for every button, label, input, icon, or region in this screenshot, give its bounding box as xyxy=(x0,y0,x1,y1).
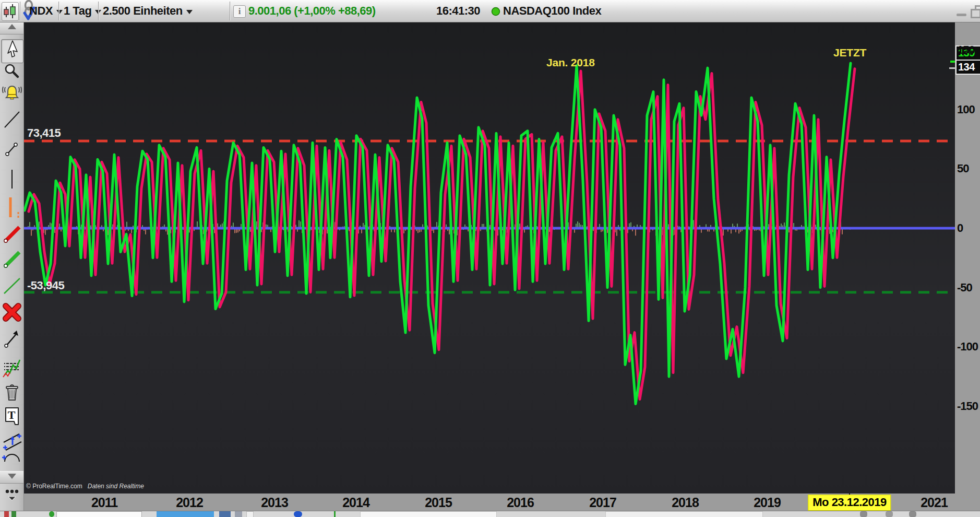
alert-bell-tool[interactable] xyxy=(1,83,22,106)
orangeline-icon xyxy=(2,196,22,221)
prorealtime-window: NDX 1 Tag 2.500 Einheiten i 9.001,06 (+1… xyxy=(0,0,980,517)
trash-icon xyxy=(2,381,22,406)
arrow-icon xyxy=(2,327,22,352)
green-trend-tool[interactable] xyxy=(1,247,22,270)
indicator-icon xyxy=(2,357,22,382)
sliver-fragment xyxy=(860,511,867,517)
restore-window-icon[interactable] xyxy=(971,5,980,18)
x-axis-year-label: 2017 xyxy=(589,495,616,510)
price-axis[interactable]: 139 134 150100500-50-100-150 xyxy=(955,22,980,494)
scroll-down-button[interactable] xyxy=(0,471,23,484)
trendline-icon xyxy=(2,108,22,133)
realtime-status-dot xyxy=(491,7,500,18)
cursor-date-box: Mo 23.12.2019 xyxy=(808,495,891,511)
x-axis-year-label: 2013 xyxy=(261,495,288,510)
sliver-fragment xyxy=(360,511,497,517)
vline-icon xyxy=(2,168,22,193)
info-glyph: i xyxy=(238,6,241,17)
sliver-fragment xyxy=(49,511,54,517)
timeframe-selector[interactable]: 1 Tag xyxy=(64,0,101,22)
bell-icon xyxy=(2,82,22,107)
info-icon[interactable]: i xyxy=(233,5,246,18)
instrument-name-area: NASDAQ100 Index xyxy=(503,0,601,22)
background-window-sliver xyxy=(0,511,980,517)
timeframe-label: 1 Tag xyxy=(64,4,91,18)
extended-line-tool[interactable] xyxy=(1,197,22,220)
red-trend-tool[interactable] xyxy=(1,222,22,245)
sliver-fragment xyxy=(219,511,231,517)
x-axis-year-label: 2019 xyxy=(754,495,781,510)
instrument-label: NDX xyxy=(29,4,53,18)
drawing-toolbox: T xyxy=(0,22,24,511)
sliver-fragment xyxy=(334,511,336,517)
x-axis-year-label: 2014 xyxy=(342,495,369,510)
segment-tool[interactable] xyxy=(1,139,22,162)
quote-area: 9.001,06 (+1,00% +88,69) xyxy=(248,0,376,22)
instrument-name: NASDAQ100 Index xyxy=(503,4,601,18)
arrow-tool[interactable] xyxy=(1,328,22,351)
sliver-fragment xyxy=(235,511,242,517)
sliver-fragment xyxy=(909,511,916,517)
quote-time-area: 16:41:30 xyxy=(436,0,480,22)
realtime-note: Daten sind Realtime xyxy=(88,483,144,490)
x-axis-year-label: 2011 xyxy=(91,495,117,510)
quote-time: 16:41:30 xyxy=(436,4,480,18)
text-tool[interactable]: T xyxy=(1,406,22,429)
chart-type-button[interactable] xyxy=(2,2,19,21)
vertical-line-tool[interactable] xyxy=(1,169,22,192)
units-label: 2.500 Einheiten xyxy=(103,4,183,18)
indicator-tool[interactable] xyxy=(1,358,22,381)
units-selector[interactable]: 2.500 Einheiten xyxy=(103,0,193,22)
chevron-down-icon xyxy=(56,10,63,14)
x-axis-year-label: 2018 xyxy=(672,495,699,510)
x-axis-year-label: 2012 xyxy=(176,495,203,510)
y-axis-tick-label: 50 xyxy=(957,162,969,175)
chevron-down-icon xyxy=(186,10,193,14)
svg-text:T: T xyxy=(7,408,15,421)
sliver-fragment xyxy=(886,511,893,517)
y-axis-tick-label: 100 xyxy=(957,103,975,116)
sliver-fragment xyxy=(605,511,763,517)
time-axis[interactable]: Mo 23.12.2019 20112012201320142015201620… xyxy=(0,494,980,511)
y-axis-tick-label: 0 xyxy=(957,221,963,235)
last-value-marker-white: 134 xyxy=(955,60,980,75)
top-toolbar: NDX 1 Tag 2.500 Einheiten i 9.001,06 (+1… xyxy=(0,0,980,22)
y-axis-tick-label: -50 xyxy=(957,281,972,295)
redline-icon xyxy=(2,221,22,246)
sliver-fragment xyxy=(4,511,9,517)
thin-green-line-tool[interactable] xyxy=(1,275,22,298)
more-options-button[interactable] xyxy=(1,484,22,507)
lower-level-label: -53,945 xyxy=(27,279,64,292)
y-axis-tick-label: 150 xyxy=(957,43,975,57)
copyright-text: © ProRealTime.com xyxy=(26,483,82,490)
x-axis-year-label: 2021 xyxy=(921,495,948,510)
x-axis-year-label: 2015 xyxy=(425,495,452,510)
pointer-icon xyxy=(2,39,23,64)
trend-line-tool[interactable] xyxy=(1,109,22,132)
trash-tool[interactable] xyxy=(1,382,22,405)
annotation-jetzt: JETZT xyxy=(833,46,866,59)
greenline-icon xyxy=(2,246,22,271)
y-axis-tick-label: -150 xyxy=(957,400,978,413)
sliver-fragment xyxy=(246,511,254,517)
segment-icon xyxy=(2,138,22,163)
delete-tool[interactable] xyxy=(1,302,22,325)
minimize-icon[interactable] xyxy=(957,14,966,16)
scroll-up-button[interactable] xyxy=(0,22,23,34)
candlestick-icon xyxy=(2,12,17,21)
chart-area[interactable]: 73,415 -53,945 Jan. 2018 JETZT © ProReal… xyxy=(23,22,955,494)
indicator-chart-canvas[interactable] xyxy=(23,22,955,494)
quote-text: 9.001,06 (+1,00% +88,69) xyxy=(248,4,376,18)
texttool-icon: T xyxy=(2,405,22,430)
thingreen-icon xyxy=(2,274,22,299)
sliver-fragment xyxy=(56,511,142,517)
instrument-selector[interactable]: NDX xyxy=(29,0,63,22)
upper-level-label: 73,415 xyxy=(27,126,61,140)
redx-icon xyxy=(2,301,22,326)
x-axis-year-label: 2016 xyxy=(507,495,534,510)
dots-icon xyxy=(2,483,22,508)
pointer-tool[interactable] xyxy=(1,39,23,63)
y-axis-tick-label: -100 xyxy=(957,340,978,354)
copyright-note: © ProRealTime.comDaten sind Realtime xyxy=(26,483,144,490)
sliver-fragment xyxy=(11,511,16,517)
